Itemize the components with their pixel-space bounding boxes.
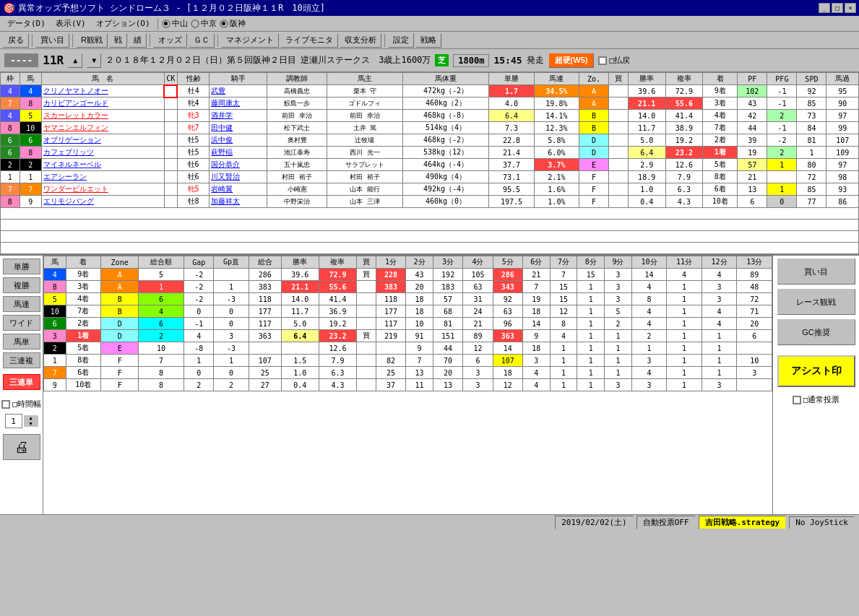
wide-label[interactable]: ワイド bbox=[3, 315, 40, 331]
options-menu[interactable]: オプション(O) bbox=[92, 17, 155, 30]
horse-name-cell[interactable]: ヤマニンエルフィン bbox=[41, 122, 164, 134]
s-t8: 1 bbox=[577, 330, 605, 342]
live-monitor-button[interactable]: ライブモニタ bbox=[280, 33, 338, 48]
s-t10: 3 bbox=[631, 379, 667, 391]
jockey-cell[interactable]: 萩野稲 bbox=[210, 147, 267, 159]
normal-vote-check[interactable]: □通常投票 bbox=[793, 394, 840, 405]
horse-name-cell[interactable]: エリモジバング bbox=[41, 196, 164, 208]
zone-cell: E bbox=[579, 159, 609, 171]
s-t13: 20 bbox=[737, 318, 772, 330]
jockey-cell[interactable]: 藤岡康太 bbox=[210, 97, 267, 110]
s-kau bbox=[357, 355, 376, 367]
zone-cell: F bbox=[579, 196, 609, 208]
time-up-button[interactable]: ▲ bbox=[24, 415, 38, 421]
time-down-button[interactable]: ▼ bbox=[24, 421, 38, 427]
sh-t5: 5分 bbox=[493, 256, 522, 269]
jockey-cell[interactable]: 川又賢治 bbox=[210, 171, 267, 183]
bet-type-panel: 単勝 複勝 馬連 ワイド 馬単 三連複 三連単 □時間幅 1 ▲ ▼ 🖨 bbox=[0, 256, 43, 514]
r-kanzen-button[interactable]: R観戦 bbox=[76, 33, 108, 48]
data-menu[interactable]: データ(D) bbox=[3, 17, 50, 30]
back-button[interactable]: 戻る bbox=[3, 33, 29, 48]
s-t11: 1 bbox=[667, 305, 702, 318]
jockey-cell[interactable]: 国分恭介 bbox=[210, 159, 267, 171]
kaime-right-button[interactable]: 買い目 bbox=[777, 259, 855, 285]
horse-name-cell[interactable]: エアシーラン bbox=[41, 171, 164, 183]
spd-cell: 72 bbox=[797, 171, 826, 183]
s-t11: 1 bbox=[667, 318, 702, 330]
haraimodoshi-checkbox[interactable] bbox=[598, 56, 607, 65]
jockey-cell[interactable]: 武豊 bbox=[210, 85, 267, 97]
view-menu[interactable]: 表示(V) bbox=[51, 17, 90, 30]
race-up-button[interactable]: ▲ bbox=[68, 53, 82, 68]
s-zone: D bbox=[101, 330, 139, 342]
race-watch-button[interactable]: レース観戦 bbox=[777, 289, 855, 315]
sen-button[interactable]: 戦 bbox=[109, 33, 127, 48]
haraimodoshi-check[interactable]: □払戻 bbox=[598, 55, 630, 66]
status-strategy[interactable]: 吉田戦略.strategy bbox=[699, 516, 787, 529]
fuku-cell: 41.4 bbox=[665, 110, 703, 122]
horse-name-cell[interactable]: マイネルネーベル bbox=[41, 159, 164, 171]
sanrenpuku-label[interactable]: 三連複 bbox=[3, 352, 40, 368]
umatan-label[interactable]: 馬単 bbox=[3, 334, 40, 350]
s-t1: 117 bbox=[376, 318, 405, 330]
race-date: ２０１８年１２月０２日（日）第５回阪神２日目 bbox=[105, 54, 296, 66]
minimize-button[interactable]: _ bbox=[819, 3, 830, 13]
jockey-cell[interactable]: 田中健 bbox=[210, 122, 267, 134]
odds-button[interactable]: オッズ bbox=[153, 33, 187, 48]
s-gap: -2 bbox=[184, 281, 214, 293]
kaime-button[interactable]: 買い目 bbox=[35, 33, 69, 48]
seki-button[interactable]: 績 bbox=[129, 33, 147, 48]
gc-suisho-button[interactable]: GC推奨 bbox=[777, 319, 855, 345]
race-down-button[interactable]: ▼ bbox=[87, 53, 101, 68]
jockey-cell[interactable]: 岩崎翼 bbox=[210, 183, 267, 196]
tansho-label[interactable]: 単勝 bbox=[3, 259, 40, 274]
s-t7: 1 bbox=[550, 379, 577, 391]
jockey-cell[interactable]: 加藤祥太 bbox=[210, 196, 267, 208]
s-t8: 1 bbox=[577, 355, 605, 367]
horse-name-cell[interactable]: ワンダービルエット bbox=[41, 183, 164, 196]
close-button[interactable]: × bbox=[845, 3, 856, 13]
s-t8: 1 bbox=[577, 318, 605, 330]
nakayama-radio[interactable]: 中山 bbox=[162, 18, 188, 29]
status-date: 2019/02/02(土) bbox=[555, 516, 633, 529]
sanrentan-label[interactable]: 三連単 bbox=[3, 374, 40, 390]
sex-cell: 牡5 bbox=[177, 147, 209, 159]
horse-name-cell[interactable]: クリノヤマトノオー bbox=[41, 85, 164, 97]
umaren-label[interactable]: 馬連 bbox=[3, 296, 40, 312]
normal-vote-checkbox[interactable] bbox=[793, 396, 801, 404]
analysis-button[interactable]: 収支分析 bbox=[340, 33, 381, 48]
settings-button[interactable]: 設定 bbox=[388, 33, 414, 48]
management-button[interactable]: マネジメント bbox=[221, 33, 279, 48]
jockey-cell[interactable]: 浜中俊 bbox=[210, 134, 267, 147]
owner-cell: 村田 裕子 bbox=[327, 171, 402, 183]
horse-name-cell[interactable]: カリビアンゴールド bbox=[41, 97, 164, 110]
toolbar-sep-1 bbox=[32, 34, 33, 47]
hanshin-label: 阪神 bbox=[230, 18, 246, 29]
hanshin-radio[interactable]: 阪神 bbox=[220, 18, 246, 29]
s-t11: 1 bbox=[667, 293, 702, 305]
strategy-button[interactable]: 戦略 bbox=[415, 33, 441, 48]
jikan-haba-check[interactable]: □時間幅 bbox=[1, 399, 41, 409]
assist-button[interactable]: アシスト印 bbox=[777, 355, 855, 387]
jikan-haba-checkbox[interactable] bbox=[1, 400, 10, 409]
horse-name-cell[interactable]: スカーレットカラー bbox=[41, 110, 164, 122]
restore-button[interactable]: □ bbox=[832, 3, 843, 13]
spd-cell: 81 bbox=[797, 134, 826, 147]
tan-cell: 6.4 bbox=[489, 110, 534, 122]
fukusho-label[interactable]: 複勝 bbox=[3, 277, 40, 293]
hard-button[interactable]: 超硬(W5) bbox=[548, 53, 595, 68]
haraimodoshi-label: □払戻 bbox=[609, 55, 630, 66]
s-t8: 1 bbox=[577, 367, 605, 379]
horse-name-cell[interactable]: カフェブリッツ bbox=[41, 147, 164, 159]
col-trainer: 調教師 bbox=[267, 73, 327, 85]
gc-button[interactable]: ＧＣ bbox=[189, 33, 215, 48]
toolbar-sep-4 bbox=[217, 34, 218, 47]
s-t3: 57 bbox=[433, 293, 462, 305]
horse-name-cell[interactable]: オブリゲーション bbox=[41, 134, 164, 147]
print-button[interactable]: 🖨 bbox=[3, 434, 40, 460]
s-t6: 19 bbox=[522, 293, 550, 305]
chukyo-radio[interactable]: 中京 bbox=[191, 18, 217, 29]
chaku-cell: 9着 bbox=[703, 85, 738, 97]
zone-cell: A bbox=[579, 97, 609, 110]
jockey-cell[interactable]: 酒井学 bbox=[210, 110, 267, 122]
